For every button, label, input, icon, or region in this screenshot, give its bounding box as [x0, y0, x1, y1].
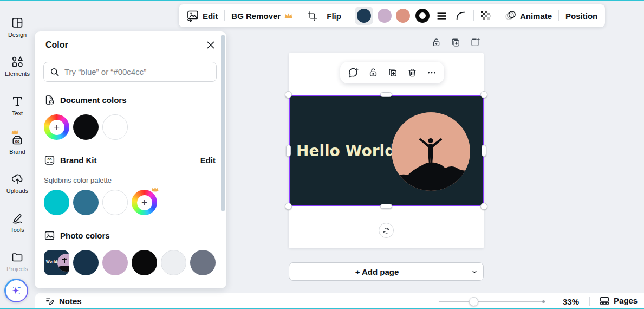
photo-thumbnail[interactable]: World	[44, 250, 69, 275]
sidebar-item-projects[interactable]: Projects	[0, 250, 35, 272]
sidebar-item-brand[interactable]: co Brand	[0, 133, 35, 155]
design-page[interactable]: Hello World	[289, 53, 484, 248]
animate-button[interactable]: Animate	[505, 10, 552, 22]
resize-handle-bottom-right[interactable]	[480, 203, 487, 210]
panel-scrollbar[interactable]	[221, 35, 225, 211]
notes-icon	[45, 296, 55, 306]
color-swatch-selected[interactable]	[355, 7, 373, 25]
color-swatch-black[interactable]	[73, 114, 99, 140]
add-page-dropdown[interactable]	[465, 263, 483, 280]
chevron-down-icon	[471, 268, 478, 275]
upload-cloud-icon	[11, 172, 24, 185]
comment-icon[interactable]	[347, 67, 359, 79]
text-icon	[11, 95, 24, 108]
more-options-icon[interactable]	[426, 67, 437, 78]
silhouette-image[interactable]	[392, 112, 470, 191]
context-toolbar: Edit BG Remover Flip	[179, 4, 605, 27]
sidebar-item-label: Elements	[5, 70, 30, 77]
duplicate-icon[interactable]	[387, 67, 398, 78]
notes-button[interactable]: Notes	[45, 296, 82, 306]
zoom-value: 33%	[557, 297, 579, 306]
panel-title: Color	[45, 40, 68, 50]
zoom-slider-thumb[interactable]	[469, 297, 478, 306]
toolbar-divider	[558, 10, 559, 21]
page-controls	[431, 37, 480, 48]
resize-handle-right[interactable]	[482, 145, 486, 157]
add-page-button[interactable]: + Add page	[289, 263, 465, 280]
sidebar: Design Elements Text co Brand	[0, 1, 35, 293]
color-swatch-teal-blue[interactable]	[73, 190, 99, 215]
edit-button[interactable]: Edit	[186, 9, 218, 22]
sparkle-icon	[9, 284, 23, 298]
resize-handle-bottom[interactable]	[380, 204, 392, 209]
animate-icon	[505, 10, 517, 22]
brand-kit-edit-link[interactable]: Edit	[200, 156, 216, 165]
add-color-button[interactable]: +	[44, 114, 69, 140]
color-swatch-cyan[interactable]	[44, 190, 69, 215]
elements-icon	[11, 55, 24, 68]
add-page-icon[interactable]	[470, 37, 480, 48]
color-swatch-mauve[interactable]	[378, 9, 392, 23]
color-swatch-dark-navy[interactable]	[73, 250, 99, 275]
design-element[interactable]: Hello World	[289, 95, 484, 206]
brand-kit-row: +	[44, 190, 157, 215]
color-swatch-black[interactable]	[132, 250, 157, 275]
design-icon	[11, 16, 24, 29]
spacing-lines-icon[interactable]	[436, 10, 447, 22]
footer-divider	[589, 297, 590, 306]
color-swatch-slate-gray[interactable]	[190, 250, 216, 275]
sidebar-item-design[interactable]: Design	[0, 16, 35, 38]
sidebar-item-text[interactable]: Text	[0, 95, 35, 117]
crop-icon[interactable]	[307, 10, 318, 22]
footer-bar: Notes 33% Pages	[35, 293, 644, 308]
photo-colors-header: Photo colors	[44, 230, 110, 241]
toolbar-divider	[348, 10, 348, 21]
duplicate-page-icon[interactable]	[450, 37, 461, 48]
element-toolbar	[340, 62, 444, 83]
position-button[interactable]: Position	[565, 11, 597, 21]
canva-editor: Design Elements Text co Brand	[0, 0, 644, 309]
sidebar-item-label: Projects	[6, 266, 28, 272]
color-swatch-white[interactable]	[102, 190, 128, 215]
color-search-input[interactable]	[64, 67, 211, 76]
flip-button[interactable]: Flip	[327, 11, 341, 21]
resize-handle-top-right[interactable]	[480, 91, 487, 98]
color-swatch-mauve[interactable]	[102, 250, 128, 275]
sidebar-item-tools[interactable]: Tools	[0, 211, 35, 233]
color-swatch-off-white[interactable]	[161, 250, 186, 275]
rotate-button[interactable]	[379, 223, 394, 238]
bg-remover-button[interactable]: BG Remover	[231, 11, 293, 21]
resize-handle-left[interactable]	[286, 145, 291, 157]
color-search[interactable]	[43, 62, 217, 82]
crown-icon	[11, 128, 19, 135]
top-accent-line	[0, 0, 644, 1]
resize-handle-top-left[interactable]	[285, 91, 292, 98]
trash-icon[interactable]	[407, 67, 418, 78]
outline-color-swatch[interactable]	[415, 9, 430, 23]
color-swatch-white[interactable]	[102, 114, 128, 140]
mini-sun	[57, 254, 69, 272]
add-page-button-group: + Add page	[289, 262, 484, 281]
transparency-icon[interactable]	[480, 10, 491, 21]
curve-icon[interactable]	[455, 10, 467, 22]
add-brand-color-button[interactable]: +	[132, 190, 157, 215]
sidebar-item-elements[interactable]: Elements	[0, 55, 35, 77]
search-icon	[49, 67, 60, 78]
pages-button[interactable]: Pages	[599, 295, 638, 306]
lock-page-icon[interactable]	[431, 37, 441, 48]
palette-name: Sqldbms color palette	[44, 176, 112, 184]
resize-handle-bottom-left[interactable]	[285, 203, 292, 210]
sidebar-item-label: Tools	[10, 227, 24, 233]
color-swatch-salmon[interactable]	[396, 9, 410, 23]
plus-icon: +	[137, 195, 152, 210]
close-icon[interactable]	[205, 39, 217, 51]
headline-text[interactable]: Hello World	[296, 141, 395, 159]
sidebar-item-label: Uploads	[6, 188, 28, 194]
ai-assistant-button[interactable]	[4, 279, 28, 302]
sidebar-item-uploads[interactable]: Uploads	[0, 172, 35, 194]
lock-icon[interactable]	[368, 67, 379, 78]
toolbar-divider	[498, 10, 498, 21]
rotate-icon	[382, 227, 391, 235]
zoom-slider-track[interactable]	[439, 301, 544, 302]
resize-handle-top[interactable]	[380, 92, 392, 97]
